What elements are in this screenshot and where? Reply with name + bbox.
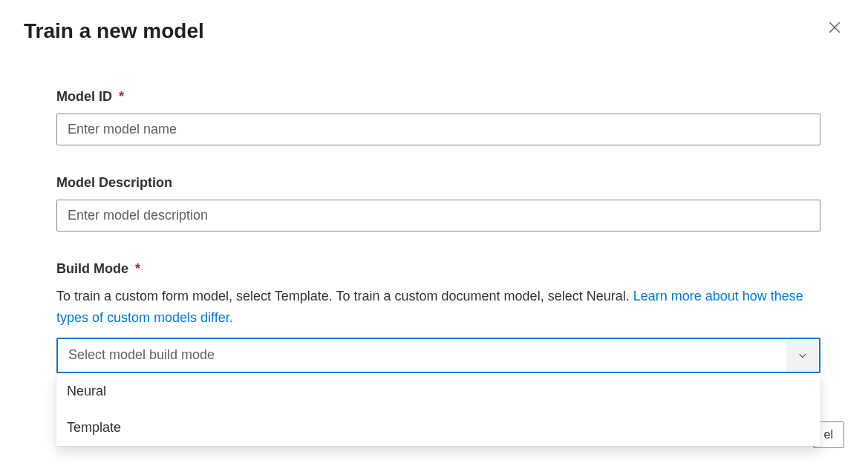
build-mode-field-group: Build Mode * To train a custom form mode… [56,261,820,373]
dropdown-option-template[interactable]: Template [56,410,820,446]
model-id-label: Model ID * [56,89,820,105]
chevron-down-icon [797,350,808,361]
form-content: Model ID * Model Description Build Mode … [24,89,844,373]
close-icon [828,21,841,34]
build-mode-label-text: Build Mode [56,261,128,276]
train-model-dialog: Train a new model Model ID * Model Descr… [0,0,868,421]
chevron-button[interactable] [786,339,819,372]
build-mode-select-placeholder: Select model build mode [58,340,786,370]
build-mode-select-wrapper: Select model build mode Neural Template [56,338,820,373]
model-id-input[interactable] [56,114,820,145]
model-description-label: Model Description [56,175,820,191]
required-indicator: * [119,89,124,104]
build-mode-help-text: To train a custom form model, select Tem… [56,286,820,329]
help-text-prefix: To train a custom form model, select Tem… [56,289,633,303]
required-indicator: * [135,261,140,276]
build-mode-label: Build Mode * [56,261,820,277]
model-id-label-text: Model ID [56,89,112,104]
model-description-field-group: Model Description [56,175,820,232]
build-mode-dropdown: Neural Template [56,373,820,446]
dialog-header: Train a new model [24,18,844,45]
build-mode-select[interactable]: Select model build mode [56,338,820,373]
model-id-field-group: Model ID * [56,89,820,145]
cancel-button-suffix: el [824,428,833,441]
model-description-label-text: Model Description [56,175,172,190]
close-button[interactable] [825,18,844,37]
dropdown-option-neural[interactable]: Neural [56,373,820,410]
dialog-title: Train a new model [24,18,204,45]
model-description-input[interactable] [56,200,820,232]
